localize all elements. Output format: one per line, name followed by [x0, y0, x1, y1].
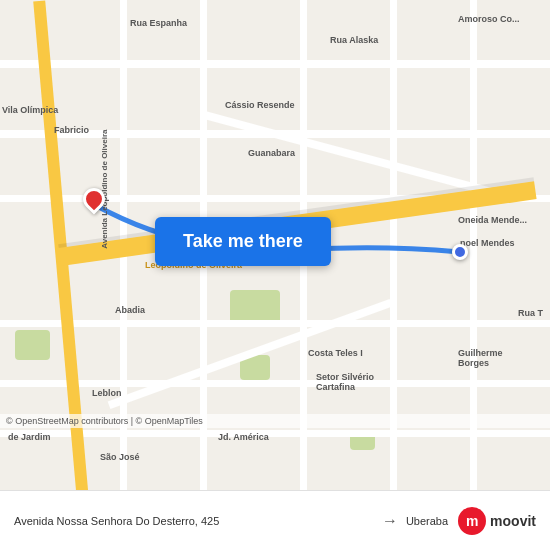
road-h5: [0, 380, 550, 387]
label-guanabara: Guanabara: [248, 148, 295, 158]
moovit-logo: m moovit: [458, 507, 536, 535]
label-vila-olimpica: Vila Olímpica: [2, 105, 58, 115]
road-h4: [0, 320, 550, 327]
label-guilherme: GuilhermeBorges: [458, 348, 503, 368]
origin-address: Avenida Nossa Senhora Do Desterro, 425: [14, 515, 374, 527]
label-amoroso: Amoroso Co...: [458, 14, 520, 24]
label-jd-america: Jd. América: [218, 432, 269, 442]
label-noel: noel Mendes: [460, 238, 515, 248]
label-sao-jose: São José: [100, 452, 140, 462]
moovit-logo-icon: m: [458, 507, 486, 535]
bottom-bar: Avenida Nossa Senhora Do Desterro, 425 →…: [0, 490, 550, 550]
pin-head: [78, 183, 109, 214]
green-area-3: [15, 330, 50, 360]
copyright-text: © OpenStreetMap contributors | © OpenMap…: [0, 414, 550, 428]
label-abadia: Abadia: [115, 305, 145, 315]
label-rua-t: Rua T: [518, 308, 543, 318]
origin-marker: [83, 188, 105, 210]
destination-marker: [452, 244, 468, 260]
moovit-logo-text: moovit: [490, 513, 536, 529]
direction-arrow: →: [382, 512, 398, 530]
map-container: Rua Espanha Rua Alaska Amoroso Co... Cás…: [0, 0, 550, 490]
road-h1: [0, 60, 550, 68]
label-de-jardim: de Jardim: [8, 432, 51, 442]
label-rua-espanha: Rua Espanha: [130, 18, 187, 28]
destination-name: Uberaba: [406, 515, 448, 527]
label-oneida: Oneida Mende...: [458, 215, 527, 225]
label-setor-silverio: Setor SilvérioCartafina: [316, 372, 374, 392]
label-leblon: Leblon: [92, 388, 122, 398]
label-rua-alaska: Rua Alaska: [330, 35, 378, 45]
label-cassio: Cássio Resende: [225, 100, 295, 110]
label-costa-teles: Costa Teles I: [308, 348, 363, 358]
take-me-there-button[interactable]: Take me there: [155, 217, 331, 266]
label-fabricio: Fabricio: [54, 125, 89, 135]
